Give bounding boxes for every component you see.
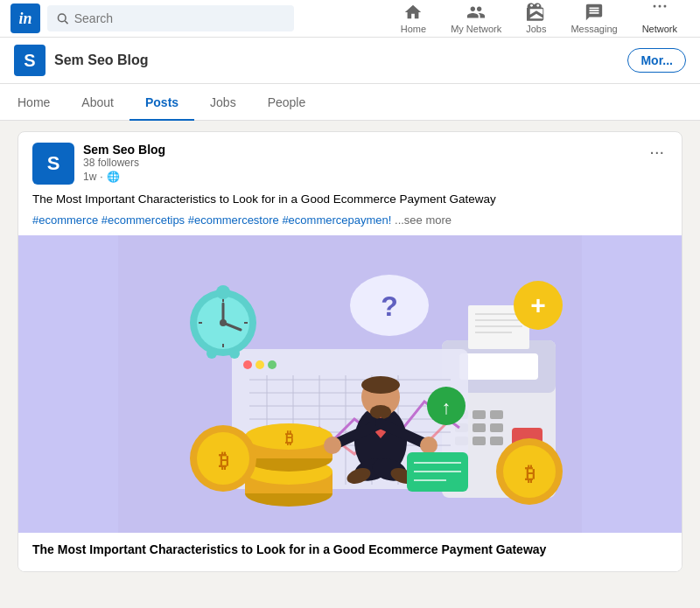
- svg-rect-11: [472, 410, 486, 419]
- svg-point-26: [256, 360, 264, 369]
- nav-home[interactable]: Home: [388, 0, 438, 38]
- tabs-bar: Home About Posts Jobs People: [0, 84, 700, 121]
- post-visibility-separator: ·: [100, 171, 102, 183]
- post-header: S Sem Seo Blog 38 followers 1w · 🌐 ···: [18, 132, 682, 192]
- nav-network-label: My Network: [451, 24, 501, 34]
- linkedin-logo[interactable]: in: [10, 3, 40, 33]
- svg-text:₿: ₿: [525, 463, 535, 485]
- svg-point-49: [206, 348, 217, 359]
- nav-icons: Home My Network Jobs Messaging: [388, 0, 690, 38]
- top-navigation: in Home My Network Jobs: [0, 0, 700, 38]
- globe-icon: 🌐: [107, 171, 120, 183]
- profile-logo-letter: S: [24, 51, 35, 71]
- svg-point-78: [324, 437, 341, 454]
- svg-line-1: [65, 21, 67, 24]
- svg-point-51: [216, 285, 230, 299]
- svg-point-73: [361, 376, 400, 394]
- nav-network2-label: Network: [642, 24, 677, 34]
- svg-text:?: ?: [381, 290, 398, 322]
- post-hashtags: #ecommerce #ecommercetips #ecommercestor…: [32, 212, 668, 229]
- svg-rect-8: [459, 353, 538, 380]
- post-more-options[interactable]: ···: [646, 143, 668, 160]
- post-time-text: 1w: [83, 171, 96, 183]
- svg-text:₿: ₿: [219, 450, 228, 472]
- search-icon: [56, 11, 69, 25]
- post-time: 1w · 🌐: [83, 171, 637, 183]
- nav-home-label: Home: [401, 24, 426, 34]
- nav-messaging-label: Messaging: [570, 24, 617, 34]
- svg-point-0: [58, 14, 66, 22]
- post-title: The Most Important Characteristics to Lo…: [32, 192, 668, 208]
- svg-point-27: [268, 360, 276, 369]
- tab-posts[interactable]: Posts: [130, 84, 194, 121]
- nav-jobs[interactable]: Jobs: [514, 0, 558, 38]
- svg-text:↑: ↑: [442, 396, 452, 418]
- svg-rect-14: [472, 423, 486, 432]
- home-icon: [403, 3, 423, 22]
- svg-rect-15: [490, 423, 503, 432]
- nav-messaging[interactable]: Messaging: [558, 0, 629, 38]
- post-body: The Most Important Characteristics to Lo…: [18, 192, 682, 235]
- tab-home[interactable]: Home: [14, 84, 66, 121]
- svg-rect-12: [490, 410, 503, 419]
- nav-network2[interactable]: Network: [630, 0, 690, 38]
- post-meta: Sem Seo Blog 38 followers 1w · 🌐: [83, 143, 637, 183]
- hashtags-text[interactable]: #ecommerce #ecommercetips #ecommercestor…: [32, 213, 391, 227]
- profile-name: Sem Seo Blog: [54, 52, 149, 68]
- search-input[interactable]: [74, 11, 285, 25]
- search-bar[interactable]: [47, 5, 294, 31]
- tab-jobs[interactable]: Jobs: [194, 84, 252, 121]
- tab-people[interactable]: People: [252, 84, 322, 121]
- svg-point-44: [220, 319, 227, 326]
- main-content: S Sem Seo Blog 38 followers 1w · 🌐 ··· T…: [0, 121, 700, 608]
- network2-icon: [650, 3, 669, 22]
- network-icon: [466, 3, 486, 22]
- profile-header: S Sem Seo Blog Mor...: [0, 38, 700, 84]
- more-button[interactable]: Mor...: [627, 48, 686, 73]
- post-card: S Sem Seo Blog 38 followers 1w · 🌐 ··· T…: [18, 131, 682, 572]
- svg-rect-18: [490, 437, 503, 445]
- tab-about[interactable]: About: [66, 84, 130, 121]
- post-caption: The Most Important Characteristics to Lo…: [18, 533, 682, 571]
- svg-point-79: [420, 437, 438, 454]
- post-caption-title: The Most Important Characteristics to Lo…: [32, 542, 668, 559]
- messaging-icon: [584, 3, 604, 22]
- nav-jobs-label: Jobs: [526, 24, 546, 34]
- svg-rect-4: [663, 5, 666, 8]
- post-image: ? + ↑ ₿ ₿: [18, 235, 682, 533]
- svg-text:+: +: [530, 290, 546, 319]
- post-author: Sem Seo Blog: [83, 143, 637, 157]
- nav-my-network[interactable]: My Network: [438, 0, 514, 38]
- post-followers: 38 followers: [83, 157, 637, 169]
- svg-rect-2: [653, 5, 655, 8]
- see-more-link[interactable]: ...see more: [395, 213, 452, 227]
- post-illustration: ? + ↑ ₿ ₿: [18, 235, 682, 533]
- svg-rect-17: [472, 437, 486, 445]
- post-avatar: S: [32, 143, 74, 185]
- svg-point-50: [229, 348, 240, 359]
- svg-point-25: [243, 360, 252, 369]
- svg-text:₿: ₿: [285, 430, 293, 447]
- svg-rect-3: [658, 5, 661, 8]
- profile-logo: S: [14, 45, 46, 76]
- jobs-icon: [527, 3, 546, 22]
